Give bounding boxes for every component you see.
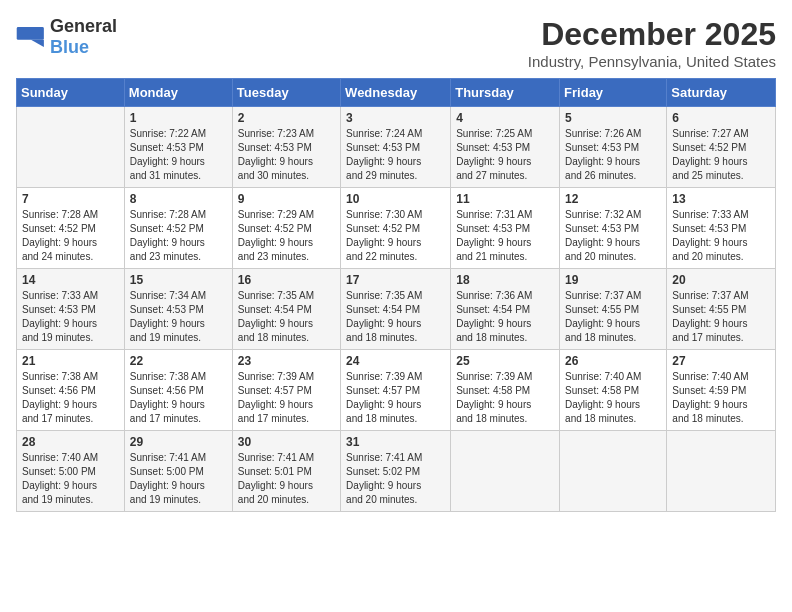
day-info: Sunrise: 7:41 AMSunset: 5:01 PMDaylight:… [238,451,335,507]
day-info: Sunrise: 7:39 AMSunset: 4:57 PMDaylight:… [238,370,335,426]
calendar-cell: 27Sunrise: 7:40 AMSunset: 4:59 PMDayligh… [667,350,776,431]
day-info: Sunrise: 7:32 AMSunset: 4:53 PMDaylight:… [565,208,661,264]
day-number: 31 [346,435,445,449]
day-info: Sunrise: 7:39 AMSunset: 4:57 PMDaylight:… [346,370,445,426]
logo-general: General [50,16,117,36]
weekday-header-friday: Friday [560,79,667,107]
calendar-cell [451,431,560,512]
day-number: 16 [238,273,335,287]
calendar-cell: 20Sunrise: 7:37 AMSunset: 4:55 PMDayligh… [667,269,776,350]
day-info: Sunrise: 7:37 AMSunset: 4:55 PMDaylight:… [672,289,770,345]
calendar-cell: 15Sunrise: 7:34 AMSunset: 4:53 PMDayligh… [124,269,232,350]
title-area: December 2025 Industry, Pennsylvania, Un… [528,16,776,70]
day-number: 5 [565,111,661,125]
calendar-cell: 5Sunrise: 7:26 AMSunset: 4:53 PMDaylight… [560,107,667,188]
logo: General Blue [16,16,117,58]
calendar-cell: 1Sunrise: 7:22 AMSunset: 4:53 PMDaylight… [124,107,232,188]
calendar-cell: 30Sunrise: 7:41 AMSunset: 5:01 PMDayligh… [232,431,340,512]
day-number: 2 [238,111,335,125]
weekday-header-sunday: Sunday [17,79,125,107]
day-number: 20 [672,273,770,287]
calendar-cell: 8Sunrise: 7:28 AMSunset: 4:52 PMDaylight… [124,188,232,269]
calendar-cell: 17Sunrise: 7:35 AMSunset: 4:54 PMDayligh… [341,269,451,350]
day-number: 19 [565,273,661,287]
day-info: Sunrise: 7:25 AMSunset: 4:53 PMDaylight:… [456,127,554,183]
day-info: Sunrise: 7:41 AMSunset: 5:00 PMDaylight:… [130,451,227,507]
week-row-5: 28Sunrise: 7:40 AMSunset: 5:00 PMDayligh… [17,431,776,512]
day-number: 17 [346,273,445,287]
calendar-cell: 22Sunrise: 7:38 AMSunset: 4:56 PMDayligh… [124,350,232,431]
calendar-cell: 19Sunrise: 7:37 AMSunset: 4:55 PMDayligh… [560,269,667,350]
calendar-cell: 11Sunrise: 7:31 AMSunset: 4:53 PMDayligh… [451,188,560,269]
day-info: Sunrise: 7:37 AMSunset: 4:55 PMDaylight:… [565,289,661,345]
calendar-cell: 13Sunrise: 7:33 AMSunset: 4:53 PMDayligh… [667,188,776,269]
calendar-cell [17,107,125,188]
day-number: 4 [456,111,554,125]
day-number: 29 [130,435,227,449]
day-number: 23 [238,354,335,368]
day-info: Sunrise: 7:28 AMSunset: 4:52 PMDaylight:… [22,208,119,264]
location-title: Industry, Pennsylvania, United States [528,53,776,70]
day-number: 30 [238,435,335,449]
day-info: Sunrise: 7:29 AMSunset: 4:52 PMDaylight:… [238,208,335,264]
calendar-cell [667,431,776,512]
day-number: 24 [346,354,445,368]
day-number: 8 [130,192,227,206]
svg-rect-0 [17,27,44,40]
logo-text: General Blue [50,16,117,58]
weekday-header-thursday: Thursday [451,79,560,107]
calendar-cell: 28Sunrise: 7:40 AMSunset: 5:00 PMDayligh… [17,431,125,512]
logo-blue: Blue [50,37,89,57]
day-number: 22 [130,354,227,368]
calendar-cell: 21Sunrise: 7:38 AMSunset: 4:56 PMDayligh… [17,350,125,431]
day-number: 3 [346,111,445,125]
day-number: 12 [565,192,661,206]
day-info: Sunrise: 7:26 AMSunset: 4:53 PMDaylight:… [565,127,661,183]
weekday-header-tuesday: Tuesday [232,79,340,107]
day-info: Sunrise: 7:38 AMSunset: 4:56 PMDaylight:… [22,370,119,426]
day-info: Sunrise: 7:41 AMSunset: 5:02 PMDaylight:… [346,451,445,507]
day-info: Sunrise: 7:28 AMSunset: 4:52 PMDaylight:… [130,208,227,264]
day-info: Sunrise: 7:24 AMSunset: 4:53 PMDaylight:… [346,127,445,183]
day-info: Sunrise: 7:39 AMSunset: 4:58 PMDaylight:… [456,370,554,426]
calendar-cell [560,431,667,512]
calendar-cell: 18Sunrise: 7:36 AMSunset: 4:54 PMDayligh… [451,269,560,350]
calendar-cell: 14Sunrise: 7:33 AMSunset: 4:53 PMDayligh… [17,269,125,350]
calendar-cell: 10Sunrise: 7:30 AMSunset: 4:52 PMDayligh… [341,188,451,269]
day-number: 26 [565,354,661,368]
day-number: 15 [130,273,227,287]
week-row-2: 7Sunrise: 7:28 AMSunset: 4:52 PMDaylight… [17,188,776,269]
calendar-cell: 23Sunrise: 7:39 AMSunset: 4:57 PMDayligh… [232,350,340,431]
svg-marker-1 [31,40,44,47]
calendar-cell: 6Sunrise: 7:27 AMSunset: 4:52 PMDaylight… [667,107,776,188]
weekday-header-saturday: Saturday [667,79,776,107]
calendar-cell: 26Sunrise: 7:40 AMSunset: 4:58 PMDayligh… [560,350,667,431]
calendar-cell: 31Sunrise: 7:41 AMSunset: 5:02 PMDayligh… [341,431,451,512]
weekday-header-monday: Monday [124,79,232,107]
day-info: Sunrise: 7:36 AMSunset: 4:54 PMDaylight:… [456,289,554,345]
day-info: Sunrise: 7:27 AMSunset: 4:52 PMDaylight:… [672,127,770,183]
calendar-cell: 25Sunrise: 7:39 AMSunset: 4:58 PMDayligh… [451,350,560,431]
day-info: Sunrise: 7:40 AMSunset: 5:00 PMDaylight:… [22,451,119,507]
day-info: Sunrise: 7:35 AMSunset: 4:54 PMDaylight:… [346,289,445,345]
day-info: Sunrise: 7:31 AMSunset: 4:53 PMDaylight:… [456,208,554,264]
calendar-cell: 12Sunrise: 7:32 AMSunset: 4:53 PMDayligh… [560,188,667,269]
day-number: 9 [238,192,335,206]
day-number: 14 [22,273,119,287]
calendar-cell: 3Sunrise: 7:24 AMSunset: 4:53 PMDaylight… [341,107,451,188]
day-info: Sunrise: 7:22 AMSunset: 4:53 PMDaylight:… [130,127,227,183]
calendar-cell: 4Sunrise: 7:25 AMSunset: 4:53 PMDaylight… [451,107,560,188]
day-info: Sunrise: 7:33 AMSunset: 4:53 PMDaylight:… [22,289,119,345]
logo-icon [16,27,46,47]
weekday-header-row: SundayMondayTuesdayWednesdayThursdayFrid… [17,79,776,107]
day-number: 25 [456,354,554,368]
day-info: Sunrise: 7:23 AMSunset: 4:53 PMDaylight:… [238,127,335,183]
calendar-table: SundayMondayTuesdayWednesdayThursdayFrid… [16,78,776,512]
calendar-cell: 24Sunrise: 7:39 AMSunset: 4:57 PMDayligh… [341,350,451,431]
day-number: 28 [22,435,119,449]
day-info: Sunrise: 7:34 AMSunset: 4:53 PMDaylight:… [130,289,227,345]
day-number: 11 [456,192,554,206]
day-number: 6 [672,111,770,125]
week-row-1: 1Sunrise: 7:22 AMSunset: 4:53 PMDaylight… [17,107,776,188]
day-number: 18 [456,273,554,287]
